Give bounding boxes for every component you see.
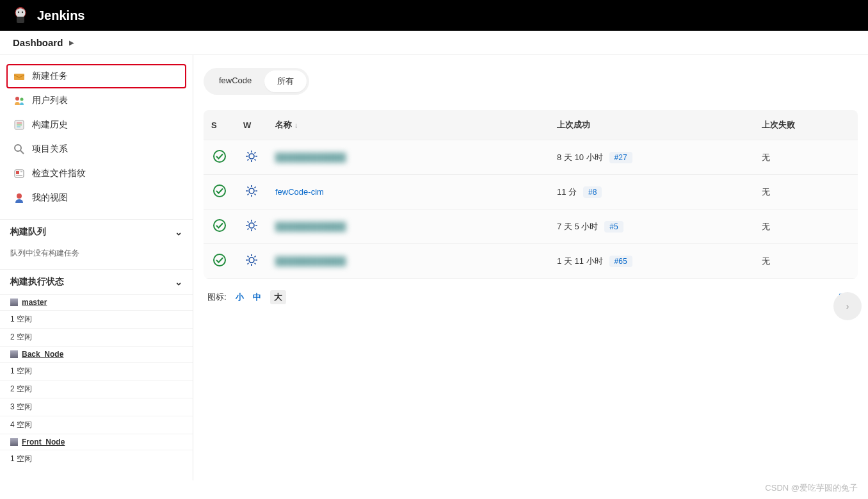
svg-point-6 bbox=[15, 97, 19, 101]
executor-slot: 2 空闲 bbox=[0, 328, 193, 346]
computer-icon bbox=[10, 350, 18, 358]
fingerprint-icon bbox=[13, 167, 26, 180]
weather-sunny-icon bbox=[245, 184, 259, 198]
size-large[interactable]: 大 bbox=[270, 290, 286, 304]
svg-point-20 bbox=[249, 154, 254, 159]
size-medium[interactable]: 中 bbox=[253, 291, 261, 303]
search-icon bbox=[13, 143, 26, 156]
icon-size-row: 图标: 小 中 大 图例 bbox=[204, 290, 858, 304]
node-front[interactable]: Front_Node bbox=[0, 434, 193, 450]
sidebar-item-people[interactable]: 用户列表 bbox=[6, 88, 186, 113]
last-success-time: 7 天 5 小时 bbox=[557, 222, 598, 231]
build-badge[interactable]: #5 bbox=[604, 221, 623, 233]
sort-down-icon: ↓ bbox=[294, 121, 298, 129]
svg-line-58 bbox=[248, 263, 249, 265]
node-back[interactable]: Back_Node bbox=[0, 346, 193, 362]
executor-status-header[interactable]: 构建执行状态 ⌃ bbox=[0, 269, 193, 294]
build-queue-header[interactable]: 构建队列 ⌃ bbox=[0, 219, 193, 244]
svg-line-47 bbox=[255, 222, 256, 223]
build-queue-empty: 队列中没有构建任务 bbox=[0, 244, 193, 263]
svg-rect-15 bbox=[16, 171, 19, 174]
svg-line-25 bbox=[248, 152, 249, 154]
executor-slot: 2 空闲 bbox=[0, 380, 193, 398]
svg-point-40 bbox=[249, 223, 254, 228]
table-row: ████████████8 天 10 小时#27无 bbox=[204, 140, 858, 175]
svg-line-35 bbox=[248, 187, 249, 188]
svg-line-28 bbox=[248, 160, 249, 161]
sidebar-item-new-job[interactable]: 新建任务 bbox=[6, 64, 186, 88]
weather-sunny-icon bbox=[245, 149, 259, 163]
svg-rect-2 bbox=[17, 17, 24, 23]
tab-fewcode[interactable]: fewCode bbox=[206, 70, 264, 92]
svg-point-19 bbox=[214, 151, 225, 162]
job-name[interactable]: ████████████ bbox=[275, 256, 346, 266]
sidebar-item-label: 我的视图 bbox=[32, 192, 68, 204]
executor-status-title: 构建执行状态 bbox=[10, 276, 64, 288]
table-row: ████████████1 天 11 小时#65无 bbox=[204, 244, 858, 279]
chevron-up-icon: ⌃ bbox=[175, 277, 182, 287]
logo[interactable]: Jenkins bbox=[10, 5, 84, 26]
col-status[interactable]: S bbox=[204, 110, 236, 140]
svg-line-37 bbox=[255, 187, 256, 188]
computer-icon bbox=[10, 438, 18, 446]
executor-slot: 1 空闲 bbox=[0, 450, 193, 468]
weather-sunny-icon bbox=[245, 253, 259, 267]
last-success-time: 1 天 11 小时 bbox=[557, 256, 603, 266]
col-last-success[interactable]: 上次成功 bbox=[549, 110, 754, 140]
sidebar: 新建任务 用户列表 构建历史 项目关系 bbox=[0, 55, 193, 480]
tab-all[interactable]: 所有 bbox=[264, 70, 307, 92]
breadcrumb: Dashboard ▶ bbox=[0, 31, 868, 55]
svg-point-4 bbox=[22, 12, 23, 13]
icon-size-label: 图标: bbox=[207, 291, 227, 303]
size-small[interactable]: 小 bbox=[236, 291, 244, 303]
svg-line-13 bbox=[20, 151, 24, 154]
executor-slot: 4 空闲 bbox=[0, 416, 193, 434]
col-name[interactable]: 名称↓ bbox=[268, 110, 549, 140]
sidebar-item-label: 项目关系 bbox=[32, 143, 68, 155]
svg-line-57 bbox=[255, 256, 256, 258]
main-content: fewCode 所有 S W 名称↓ 上次成功 上次失败 ███████████… bbox=[193, 55, 868, 480]
svg-line-26 bbox=[255, 160, 256, 161]
app-name: Jenkins bbox=[37, 8, 84, 23]
last-failure: 无 bbox=[762, 152, 770, 162]
node-master[interactable]: master bbox=[0, 294, 193, 310]
col-last-failure[interactable]: 上次失败 bbox=[754, 110, 858, 140]
job-name[interactable]: ████████████ bbox=[275, 152, 346, 162]
svg-point-50 bbox=[249, 258, 254, 263]
people-icon bbox=[13, 94, 26, 107]
sidebar-item-my-views[interactable]: 我的视图 bbox=[6, 186, 186, 210]
svg-line-27 bbox=[255, 152, 256, 154]
svg-line-48 bbox=[248, 229, 249, 230]
history-icon bbox=[13, 119, 26, 131]
status-success-icon bbox=[213, 149, 227, 163]
build-badge[interactable]: #65 bbox=[609, 256, 632, 267]
sidebar-item-label: 用户列表 bbox=[32, 95, 68, 106]
col-weather[interactable]: W bbox=[236, 110, 268, 140]
weather-sunny-icon bbox=[245, 218, 259, 233]
top-header: Jenkins bbox=[0, 0, 868, 31]
build-badge[interactable]: #27 bbox=[609, 152, 632, 163]
scroll-right-button[interactable]: › bbox=[833, 292, 862, 320]
svg-line-45 bbox=[248, 222, 249, 223]
sidebar-item-label: 新建任务 bbox=[32, 70, 68, 82]
sidebar-item-build-history[interactable]: 构建历史 bbox=[6, 113, 186, 137]
breadcrumb-dashboard[interactable]: Dashboard bbox=[13, 37, 63, 48]
executor-slot: 3 空闲 bbox=[0, 398, 193, 416]
job-name[interactable]: ████████████ bbox=[275, 222, 346, 231]
svg-point-29 bbox=[214, 185, 225, 197]
svg-point-49 bbox=[214, 254, 225, 266]
new-job-icon bbox=[13, 70, 26, 83]
last-failure: 无 bbox=[762, 187, 770, 197]
last-success-time: 8 天 10 小时 bbox=[557, 152, 603, 162]
job-name[interactable]: fewCode-cim bbox=[275, 187, 324, 197]
computer-icon bbox=[10, 299, 18, 306]
svg-line-55 bbox=[248, 256, 249, 258]
build-queue-title: 构建队列 bbox=[10, 226, 46, 238]
view-tabs: fewCode 所有 bbox=[204, 68, 309, 95]
build-badge[interactable]: #8 bbox=[583, 186, 602, 198]
table-row: fewCode-cim11 分#8无 bbox=[204, 175, 858, 209]
sidebar-item-fingerprint[interactable]: 检查文件指纹 bbox=[6, 161, 186, 186]
sidebar-item-label: 构建历史 bbox=[32, 119, 68, 131]
sidebar-item-relations[interactable]: 项目关系 bbox=[6, 137, 186, 161]
job-table: S W 名称↓ 上次成功 上次失败 ████████████8 天 10 小时#… bbox=[204, 110, 858, 279]
